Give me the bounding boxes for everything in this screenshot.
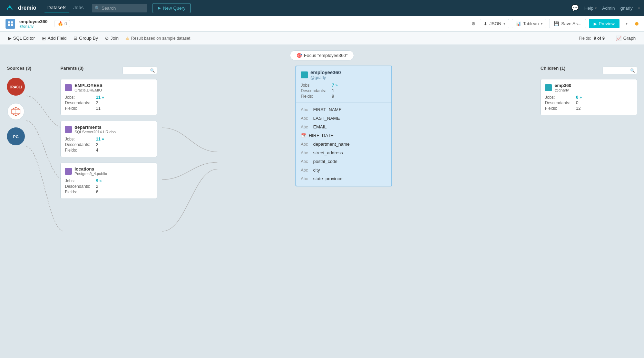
admin-label[interactable]: Admin: [602, 6, 615, 11]
center-node-info: employee360 @gnarly: [311, 70, 341, 80]
fields-label: Fields:: [579, 36, 591, 41]
preview-label: Preview: [599, 21, 615, 26]
child-emp360-desc-value: 0: [576, 100, 578, 105]
user-chevron: ▾: [638, 6, 640, 10]
save-as-label: Save As...: [561, 21, 582, 26]
field-row-7: Abc city: [296, 166, 391, 174]
settings-button[interactable]: ⚙: [470, 20, 477, 28]
center-descendants: Descendants: 1: [301, 88, 387, 93]
parent-departments-desc-value: 2: [96, 142, 98, 147]
parent-card-locations-header: locations Postgres9_4.public: [65, 166, 153, 176]
group-by-button[interactable]: ⊟ Group By: [71, 34, 101, 42]
logo[interactable]: dremio: [4, 2, 36, 13]
field-name-5: street_address: [313, 150, 343, 155]
focus-icon: 🎯: [296, 53, 302, 58]
new-query-button[interactable]: ▶ New Query: [153, 3, 191, 13]
parent-employees-fields-value: 11: [96, 106, 100, 111]
chat-icon[interactable]: 💬: [571, 4, 579, 12]
nav-jobs[interactable]: Jobs: [71, 3, 87, 12]
preview-dropdown[interactable]: ▾: [622, 20, 631, 27]
parent-departments-jobs-value[interactable]: 11 »: [96, 137, 104, 142]
field-row-3: 📅 HIRE_DATE: [296, 131, 391, 140]
field-name-7: city: [313, 167, 320, 173]
field-row-4: Abc department_name: [296, 140, 391, 148]
preview-chevron: ▾: [626, 22, 627, 26]
toolbar: ▶ SQL Editor ⊞ Add Field ⊟ Group By ⊙ Jo…: [0, 32, 644, 45]
field-name-3: HIRE_DATE: [309, 133, 334, 138]
child-emp360-fields-value: 12: [576, 106, 580, 111]
sources-section: Sources (3) ORACLE: [7, 66, 41, 145]
flame-count: 0: [65, 21, 67, 26]
field-type-2: Abc: [301, 125, 311, 129]
parent-employees-jobs-value[interactable]: 11 »: [96, 95, 104, 100]
field-type-8: Abc: [301, 176, 311, 181]
export-button[interactable]: ⬇ JSON ▾: [480, 19, 509, 28]
parent-departments-fields: Fields: 4: [65, 148, 153, 153]
svg-rect-4: [8, 24, 10, 26]
parent-employees-descendants: Descendants: 2: [65, 100, 153, 105]
field-row-6: Abc postal_code: [296, 157, 391, 166]
svg-point-0: [4, 2, 15, 13]
source-arrow[interactable]: [7, 103, 25, 120]
parent-locations-name: locations: [75, 166, 107, 172]
source-icons: ORACLE PG: [7, 78, 41, 145]
parents-search-icon: 🔍: [150, 68, 155, 72]
sql-editor-button[interactable]: ▶ SQL Editor: [6, 34, 38, 42]
children-search-container: 🔍: [603, 67, 637, 74]
join-label: Join: [110, 36, 119, 41]
sources-title: Sources (3): [7, 66, 41, 71]
search-input[interactable]: [92, 4, 147, 12]
field-row-2: Abc EMAIL: [296, 123, 391, 131]
help-button[interactable]: Help ▾: [584, 6, 597, 11]
children-search-icon: 🔍: [630, 68, 635, 72]
logo-text: dremio: [18, 5, 36, 11]
source-oracle[interactable]: ORACLE: [7, 78, 25, 96]
new-query-label: New Query: [163, 6, 185, 11]
field-type-0: Abc: [301, 107, 311, 112]
save-as-button[interactable]: 💾 Save As...: [549, 19, 586, 28]
center-node-icon: [301, 71, 308, 78]
child-emp360-descendants: Descendants: 0: [545, 100, 633, 105]
add-field-label: Add Field: [48, 36, 67, 41]
field-name-0: FIRST_NAME: [313, 107, 342, 112]
center-section: employee360 @gnarly Jobs: 7 » Descendant…: [157, 66, 530, 186]
graph-button[interactable]: 📈 Graph: [613, 34, 638, 42]
child-emp360-jobs-label: Jobs:: [545, 95, 576, 100]
child-emp360-jobs: Jobs: 0 »: [545, 95, 633, 100]
center-node-title: employee360 @gnarly: [301, 70, 387, 80]
tableau-chevron: ▾: [541, 22, 543, 26]
center-jobs-value[interactable]: 7 »: [332, 83, 338, 88]
dataset-name[interactable]: employee360: [19, 19, 48, 24]
join-button[interactable]: ⊙ Join: [102, 34, 121, 42]
parent-departments-jobs: Jobs: 11 »: [65, 137, 153, 142]
field-name-4: department_name: [313, 142, 350, 147]
dataset-owner[interactable]: @gnarly: [19, 24, 48, 28]
parent-card-departments: departments SQLServer2014.HR.dbo Jobs: 1…: [60, 121, 157, 157]
add-field-icon: ⊞: [42, 36, 46, 41]
user-button[interactable]: gnarly: [621, 6, 633, 11]
parent-employees-icon: [65, 84, 72, 91]
sql-editor-label: SQL Editor: [13, 36, 35, 41]
tableau-button[interactable]: 📊 Tableau ▾: [512, 19, 547, 28]
parent-departments-jobs-label: Jobs:: [65, 137, 96, 142]
child-emp360-jobs-value[interactable]: 0 »: [576, 95, 582, 100]
parent-locations-jobs-value[interactable]: 9 »: [96, 178, 102, 183]
save-icon: 💾: [554, 21, 559, 26]
settings-icon: ⚙: [471, 21, 476, 26]
field-type-7: Abc: [301, 168, 311, 173]
parent-locations-sub: Postgres9_4.public: [75, 172, 107, 176]
focus-banner[interactable]: 🎯 Focus "employee360": [290, 50, 354, 60]
warning-icon: ⚠: [126, 36, 129, 41]
center-node-name: employee360: [311, 70, 341, 75]
svg-rect-5: [11, 24, 13, 26]
warning-badge: ⚠ Result based on sample dataset: [126, 36, 190, 41]
center-fields-value: 9: [332, 94, 334, 99]
field-name-8: state_province: [313, 176, 343, 181]
source-postgres[interactable]: PG: [7, 127, 25, 145]
nav-datasets[interactable]: Datasets: [45, 3, 69, 12]
preview-button[interactable]: ▶ Preview: [589, 19, 619, 28]
nav-links: Datasets Jobs: [45, 3, 86, 12]
warning-label: Result based on sample dataset: [131, 36, 190, 41]
add-field-button[interactable]: ⊞ Add Field: [39, 34, 69, 43]
parent-departments-fields-value: 4: [96, 148, 98, 153]
